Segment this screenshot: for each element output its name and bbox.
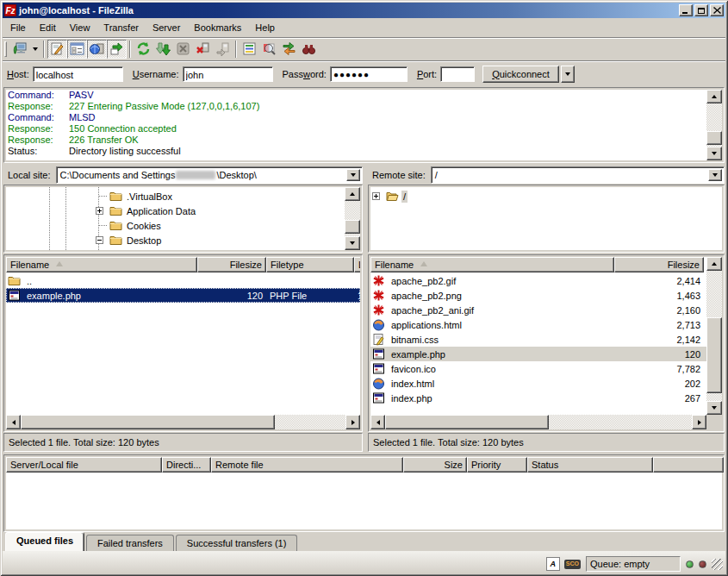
cell-filename: apache_pb2_ani.gif (388, 305, 614, 316)
site-manager-dropdown[interactable] (29, 40, 40, 59)
disconnect-button[interactable] (193, 40, 213, 59)
remote-file-apache_pb2-gif[interactable]: apache_pb2.gif2,414 (370, 273, 722, 288)
remote-file-index-html[interactable]: index.html202 (370, 376, 722, 391)
ascii-indicator-icon: A (546, 557, 560, 571)
remote-file-bitnami-css[interactable]: bitnami.css2,142 (370, 332, 722, 347)
toggle-transfer-queue-button[interactable] (107, 40, 127, 59)
scroll-right-button[interactable] (345, 415, 360, 429)
local-tree-scrollbar[interactable] (345, 187, 360, 250)
scroll-up-button[interactable] (706, 257, 722, 271)
find-files-button[interactable] (299, 40, 319, 59)
queue-column-directi[interactable]: Directi... (162, 457, 211, 473)
directory-comparison-button[interactable] (259, 40, 279, 59)
scroll-thumb[interactable] (345, 220, 360, 234)
cell-filename: apache_pb2.png (388, 291, 614, 301)
chevron-down-icon (565, 72, 570, 76)
menu-view[interactable]: View (63, 21, 97, 34)
toolbar-grip[interactable] (4, 41, 7, 57)
remote-site-dropdown[interactable] (708, 169, 722, 181)
toggle-remote-tree-button[interactable] (87, 40, 107, 59)
scroll-right-button[interactable] (692, 415, 706, 429)
tree-item-desktop[interactable]: Desktop (108, 233, 163, 247)
queue-column-status[interactable]: Status (527, 457, 653, 473)
scroll-left-button[interactable] (370, 415, 385, 429)
menu-file[interactable]: File (3, 21, 33, 34)
scroll-thumb[interactable] (21, 415, 275, 429)
queue-column-serverlocalfile[interactable]: Server/Local file (6, 457, 162, 473)
local-file--[interactable]: .. (6, 273, 360, 288)
quickconnect-dropdown[interactable] (561, 66, 575, 83)
menu-edit[interactable]: Edit (33, 21, 63, 34)
remote-file-example-php[interactable]: example.php120 (370, 347, 722, 361)
tab-queued-files[interactable]: Queued files (5, 532, 84, 551)
expand-icon[interactable] (372, 192, 380, 200)
quickconnect-button[interactable]: Quickconnect (482, 66, 559, 83)
tree-item-application-data[interactable]: Application Data (108, 203, 197, 218)
column-header-l[interactable]: L (354, 257, 360, 272)
column-header-filesize[interactable]: Filesize (197, 257, 266, 272)
username-input[interactable] (183, 66, 273, 82)
tab-failed-transfers[interactable]: Failed transfers (86, 535, 174, 551)
minimize-button[interactable] (679, 4, 693, 16)
tree-item-root[interactable]: / (384, 189, 408, 203)
column-header-filename[interactable]: Filename (6, 257, 197, 272)
queue-column-remotefile[interactable]: Remote file (211, 457, 403, 473)
menu-server[interactable]: Server (146, 21, 187, 34)
remote-file-favicon-ico[interactable]: favicon.ico7,782 (370, 361, 722, 376)
local-file-example-php[interactable]: example.php120PHP File1 (6, 288, 360, 303)
maximize-button[interactable] (694, 4, 708, 16)
resize-grip[interactable] (712, 559, 723, 570)
scroll-down-button[interactable] (345, 236, 360, 250)
remote-file-apache_pb2_ani-gif[interactable]: apache_pb2_ani.gif2,160 (370, 303, 722, 317)
synchronized-browsing-button[interactable] (279, 40, 299, 59)
refresh-button[interactable] (134, 40, 153, 59)
port-input[interactable] (440, 66, 475, 82)
column-header-filesize[interactable]: Filesize (614, 257, 704, 272)
app-icon[interactable]: Fz (4, 4, 16, 16)
scroll-down-button[interactable] (706, 147, 722, 160)
queue-column-size[interactable]: Size (403, 457, 467, 473)
reconnect-button[interactable] (213, 40, 233, 59)
local-site-combo[interactable]: C:\Documents and Settings\Desktop\ (56, 166, 363, 184)
scroll-up-button[interactable] (706, 90, 722, 103)
remote-file-index-php[interactable]: index.php267 (370, 391, 722, 405)
host-input[interactable] (33, 66, 123, 82)
scroll-up-button[interactable] (345, 187, 360, 201)
log-scrollbar[interactable] (706, 90, 722, 160)
scroll-thumb[interactable] (385, 415, 549, 429)
menu-help[interactable]: Help (248, 21, 282, 34)
cell-filesize: 267 (614, 393, 704, 404)
tree-item--virtualbox[interactable]: .VirtualBox (108, 189, 174, 203)
scroll-down-button[interactable] (706, 401, 722, 415)
scroll-thumb[interactable] (706, 131, 722, 145)
tree-item-cookies[interactable]: Cookies (108, 218, 163, 233)
local-site-dropdown[interactable] (346, 169, 360, 181)
local-hscrollbar[interactable] (6, 415, 360, 429)
queue-column-priority[interactable]: Priority (467, 457, 527, 473)
column-header-filetype[interactable]: Filetype (266, 257, 354, 272)
redacted-username (176, 171, 215, 179)
scroll-thumb[interactable] (706, 317, 722, 393)
menu-transfer[interactable]: Transfer (96, 21, 146, 34)
process-queue-button[interactable] (153, 40, 173, 59)
tab-successful-transfers-1-[interactable]: Successful transfers (1) (176, 535, 298, 551)
toggle-message-log-button[interactable] (47, 40, 67, 59)
cancel-operation-button[interactable] (173, 40, 193, 59)
close-button[interactable] (710, 4, 724, 16)
scroll-left-button[interactable] (6, 415, 21, 429)
log-line: Command:MLSD (6, 112, 722, 123)
expand-icon[interactable] (96, 207, 103, 215)
filter-button[interactable] (240, 40, 259, 59)
remote-file-apache_pb2-png[interactable]: apache_pb2.png1,463 (370, 288, 722, 303)
remote-site-combo[interactable]: / (431, 166, 725, 184)
menu-bookmarks[interactable]: Bookmarks (187, 21, 248, 34)
site-manager-button[interactable] (9, 40, 29, 59)
toggle-local-tree-button[interactable] (67, 40, 87, 59)
queue-column-empty[interactable] (653, 457, 724, 473)
collapse-icon[interactable] (96, 236, 103, 244)
column-header-filename[interactable]: Filename (370, 257, 614, 272)
remote-hscrollbar[interactable] (370, 415, 706, 429)
remote-vscrollbar[interactable] (706, 257, 722, 429)
remote-file-applications-html[interactable]: applications.html2,713 (370, 317, 722, 332)
password-input[interactable] (330, 66, 408, 82)
